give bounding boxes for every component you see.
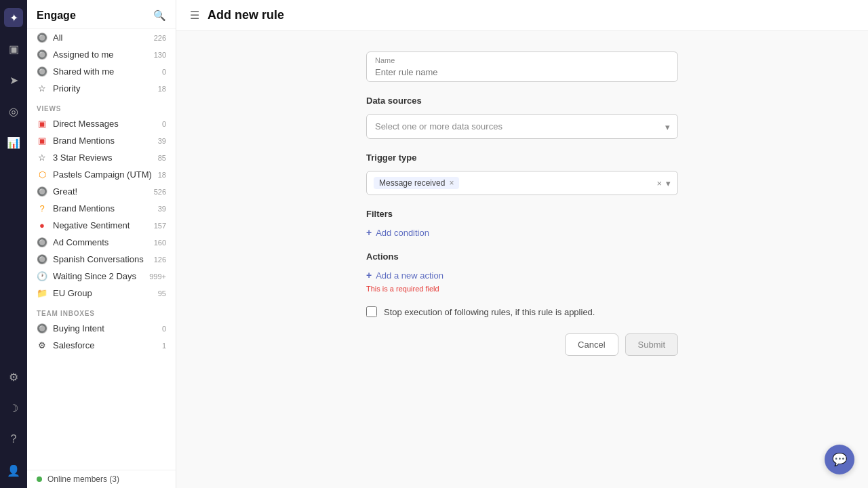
sidebar-item-count: 126 — [154, 256, 166, 264]
sidebar-item-all[interactable]: 🔘 All 226 — [27, 29, 176, 46]
salesforce-icon: ⚙ — [37, 340, 47, 350]
sidebar-item-label: Brand Mentions — [53, 203, 153, 214]
sidebar-item-count: 0 — [162, 68, 166, 76]
assigned-icon: 🔘 — [37, 49, 47, 60]
stop-execution-label: Stop execution of following rules, if th… — [384, 307, 595, 317]
team-inboxes-section-label: TEAM INBOXES — [27, 302, 176, 320]
help-icon[interactable]: ? — [4, 430, 23, 449]
sidebar-item-buying-intent[interactable]: 🔘 Buying Intent 0 — [27, 320, 176, 337]
clock-icon: 🕐 — [37, 271, 47, 281]
data-sources-select[interactable]: Select one or more data sources — [366, 114, 678, 139]
sidebar-item-brand-mentions[interactable]: ▣ Brand Mentions 39 — [27, 132, 176, 149]
sidebar-item-label: Waiting Since 2 Days — [53, 271, 144, 281]
great-icon: 🔘 — [37, 186, 47, 197]
dm-icon: ▣ — [37, 119, 47, 129]
brand-icon: ▣ — [37, 136, 47, 146]
views-section-label: VIEWS — [27, 97, 176, 115]
sidebar-item-spanish[interactable]: 🔘 Spanish Conversations 126 — [27, 251, 176, 268]
sidebar-item-label: Negative Sentiment — [53, 220, 149, 230]
sidebar-item-label: EU Group — [53, 288, 153, 298]
target-icon[interactable]: ◎ — [4, 102, 23, 121]
stop-execution-checkbox[interactable] — [366, 306, 377, 317]
sidebar-item-negative-sentiment[interactable]: ● Negative Sentiment 157 — [27, 217, 176, 234]
send-icon[interactable]: ➤ — [4, 70, 23, 89]
sidebar-item-count: 1 — [162, 342, 166, 350]
sidebar-item-shared[interactable]: 🔘 Shared with me 0 — [27, 63, 176, 80]
sidebar-item-label: Pastels Campaign (UTM) — [53, 169, 153, 180]
reports-icon[interactable]: 📊 — [4, 133, 23, 152]
filters-label: Filters — [366, 209, 678, 219]
logo-icon[interactable]: ✦ — [4, 8, 23, 27]
page-title: Add new rule — [208, 8, 284, 22]
sidebar-item-great[interactable]: 🔘 Great! 526 — [27, 183, 176, 200]
sidebar: Engage 🔍 🔘 All 226 🔘 Assigned to me 130 … — [27, 0, 176, 488]
name-float-label: Name — [375, 56, 395, 64]
brand2-icon: ? — [37, 203, 47, 214]
sidebar-item-pastels[interactable]: ⬡ Pastels Campaign (UTM) 18 — [27, 166, 176, 183]
negative-icon: ● — [37, 220, 47, 230]
add-condition-link[interactable]: + Add condition — [366, 227, 429, 238]
sidebar-item-count: 226 — [154, 34, 166, 42]
form-actions: Cancel Submit — [366, 333, 678, 356]
priority-icon: ☆ — [37, 83, 47, 94]
sidebar-item-label: Assigned to me — [53, 49, 149, 60]
actions-group: Actions + Add a new action This is a req… — [366, 251, 678, 293]
sidebar-item-count: 0 — [162, 120, 166, 128]
sidebar-item-count: 0 — [162, 325, 166, 333]
settings-icon[interactable]: ⚙ — [4, 367, 23, 386]
sidebar-item-brand-mentions2[interactable]: ? Brand Mentions 39 — [27, 200, 176, 217]
sidebar-item-count: 157 — [154, 222, 166, 230]
main-header: ☰ Add new rule — [176, 0, 868, 31]
main-content: Name Data sources Select one or more dat… — [176, 31, 868, 488]
stop-execution-row: Stop execution of following rules, if th… — [366, 306, 678, 317]
buying-icon: 🔘 — [37, 323, 47, 333]
name-input[interactable] — [367, 52, 677, 81]
moon-icon[interactable]: ☽ — [4, 399, 23, 418]
sidebar-item-label: Salesforce — [53, 340, 157, 350]
shared-icon: 🔘 — [37, 66, 47, 77]
sidebar-item-label: Shared with me — [53, 66, 157, 77]
folder-icon: 📁 — [37, 288, 47, 298]
name-field-wrapper: Name — [366, 52, 678, 82]
trigger-type-label: Trigger type — [366, 152, 678, 163]
trigger-remove-button[interactable]: × — [449, 178, 454, 188]
add-condition-label: Add condition — [376, 228, 429, 238]
star-icon: ☆ — [37, 152, 47, 163]
filters-group: Filters + Add condition — [366, 209, 678, 238]
add-action-label: Add a new action — [376, 270, 443, 281]
trigger-select-wrapper[interactable]: Message received × × ▾ — [366, 171, 678, 195]
sidebar-item-assigned[interactable]: 🔘 Assigned to me 130 — [27, 46, 176, 63]
inbox-icon[interactable]: ▣ — [4, 39, 23, 58]
avatar-icon[interactable]: 👤 — [4, 461, 23, 480]
all-icon: 🔘 — [37, 33, 47, 43]
sidebar-item-count: 999+ — [149, 272, 166, 281]
hamburger-icon[interactable]: ☰ — [190, 9, 199, 22]
trigger-tag: Message received × — [374, 177, 459, 189]
search-icon[interactable]: 🔍 — [153, 9, 166, 22]
sidebar-item-priority[interactable]: ☆ Priority 18 — [27, 80, 176, 97]
online-members-bar[interactable]: Online members (3) — [27, 470, 176, 488]
spanish-icon: 🔘 — [37, 254, 47, 264]
submit-button[interactable]: Submit — [625, 333, 678, 356]
sidebar-item-eu-group[interactable]: 📁 EU Group 95 — [27, 285, 176, 302]
sidebar-item-ad-comments[interactable]: 🔘 Ad Comments 160 — [27, 234, 176, 251]
trigger-controls: × ▾ — [656, 178, 671, 188]
sidebar-item-3star-reviews[interactable]: ☆ 3 Star Reviews 85 — [27, 149, 176, 166]
sidebar-item-label: Spanish Conversations — [53, 254, 149, 264]
icon-rail: ✦ ▣ ➤ ◎ 📊 ⚙ ☽ ? 👤 — [0, 0, 27, 488]
sidebar-item-waiting[interactable]: 🕐 Waiting Since 2 Days 999+ — [27, 268, 176, 285]
name-group: Name — [366, 52, 678, 82]
chat-bubble[interactable]: 💬 — [825, 445, 854, 474]
sidebar-item-count: 130 — [154, 51, 166, 59]
add-rule-form: Name Data sources Select one or more dat… — [366, 52, 678, 468]
sidebar-item-direct-messages[interactable]: ▣ Direct Messages 0 — [27, 115, 176, 132]
sidebar-item-salesforce[interactable]: ⚙ Salesforce 1 — [27, 337, 176, 354]
trigger-dropdown-icon[interactable]: ▾ — [666, 178, 671, 188]
sidebar-header: Engage 🔍 — [27, 0, 176, 29]
plus-icon: + — [366, 270, 372, 281]
cancel-button[interactable]: Cancel — [565, 333, 618, 356]
add-action-link[interactable]: + Add a new action — [366, 270, 443, 281]
sidebar-item-label: Direct Messages — [53, 119, 157, 129]
trigger-clear-icon[interactable]: × — [656, 178, 662, 188]
sidebar-item-count: 160 — [154, 239, 166, 247]
